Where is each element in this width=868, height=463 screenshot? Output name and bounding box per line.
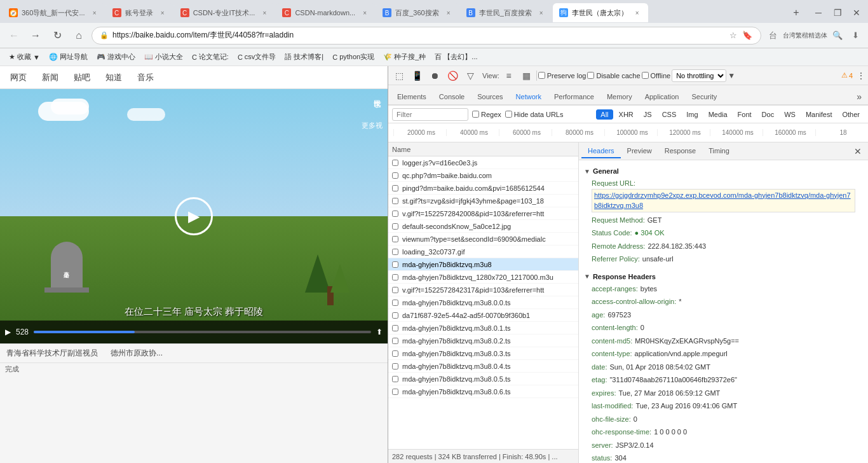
devtools-tab-sources[interactable]: Sources (471, 89, 509, 104)
devtools-more-button[interactable]: » (853, 89, 865, 104)
network-item-10[interactable]: v.gif?t=1522572842317&pid=103&referrer=h… (388, 284, 578, 296)
nav-item-tieba[interactable]: 贴吧 (71, 67, 93, 88)
bookmark-item-1[interactable]: 🌐网址导航 (45, 51, 92, 63)
network-item-14[interactable]: mda-ghyjen7b8idktzvq.m3u8.0.2.ts (388, 335, 578, 347)
mobile-icon-button[interactable]: 📱 (409, 67, 425, 84)
browser-tab-tab4[interactable]: C CSDN-markdown... × (276, 3, 376, 22)
devtools-tab-security[interactable]: Security (685, 89, 723, 104)
details-tab-headers[interactable]: Headers (581, 144, 621, 158)
network-item-checkbox-17[interactable] (392, 376, 398, 382)
regex-label[interactable]: Regex (472, 111, 501, 118)
network-item-15[interactable]: mda-ghyjen7b8idktzvq.m3u8.0.3.ts (388, 347, 578, 360)
devtools-tab-elements[interactable]: Elements (391, 89, 433, 104)
browser-tab-tab1[interactable]: 🧭 360导航_新一代安... × (3, 3, 105, 22)
filter-icon-button[interactable]: ▽ (462, 67, 478, 84)
network-item-13[interactable]: mda-ghyjen7b8idktzvq.m3u8.0.1.ts (388, 322, 578, 335)
network-item-checkbox-9[interactable] (392, 274, 398, 280)
tab-close-button[interactable]: × (90, 8, 99, 17)
browser-tab-tab7[interactable]: 狗 李世民（唐太宗） × (553, 3, 648, 22)
filter-type-btn-manifest[interactable]: Manifest (801, 109, 837, 120)
network-item-5[interactable]: default-secondsKnow_5a0ce12.jpg (388, 220, 578, 233)
browser-tab-tab3[interactable]: C CSDN-专业IT技术... × (174, 3, 276, 22)
waterfall-view-button[interactable]: ▦ (519, 67, 535, 84)
forward-button[interactable]: → (27, 27, 44, 45)
network-item-checkbox-2[interactable] (392, 185, 398, 191)
network-item-checkbox-13[interactable] (392, 325, 398, 331)
filter-type-btn-doc[interactable]: Doc (757, 109, 779, 120)
refresh-button[interactable]: ↻ (48, 27, 66, 45)
disable-cache-checkbox[interactable] (587, 72, 594, 79)
search-address-icon[interactable]: 🔍 (830, 28, 845, 43)
general-section-header[interactable]: ▼ General (584, 165, 863, 177)
offline-label[interactable]: Offline (642, 72, 671, 79)
browser-tab-tab6[interactable]: B 李世民_百度搜索 × (460, 3, 552, 22)
inspect-element-button[interactable]: ⬚ (391, 67, 407, 84)
bookmark-item-4[interactable]: C论文笔记: (188, 51, 233, 63)
network-item-0[interactable]: logger.js?v=d16ec0e3.js (388, 156, 578, 169)
network-item-checkbox-4[interactable] (392, 211, 398, 217)
home-button[interactable]: ⌂ (70, 27, 88, 45)
devtools-tab-application[interactable]: Application (639, 89, 686, 104)
bookmark-item-0[interactable]: ★收藏▼ (5, 51, 44, 63)
network-item-16[interactable]: mda-ghyjen7b8idktzvq.m3u8.0.4.ts (388, 360, 578, 373)
details-tab-response[interactable]: Response (658, 144, 703, 158)
network-item-checkbox-14[interactable] (392, 338, 398, 344)
network-item-1[interactable]: qc.php?dm=baike.baidu.com (388, 169, 578, 182)
network-item-checkbox-18[interactable] (392, 389, 398, 395)
filter-type-btn-all[interactable]: All (596, 109, 613, 120)
network-item-checkbox-3[interactable] (392, 198, 398, 204)
throttle-select[interactable]: No throttling (672, 69, 726, 82)
devtools-menu-button[interactable]: ⋮ (857, 71, 865, 81)
nav-item-news[interactable]: 新闻 (39, 67, 61, 88)
back-button[interactable]: ← (5, 27, 23, 45)
download-icon[interactable]: ⬇ (848, 28, 863, 43)
clear-icon-button[interactable]: 🚫 (444, 67, 461, 84)
tab-close-button[interactable]: × (444, 8, 453, 17)
network-item-8[interactable]: mda-ghyjen7b8idktzvq.m3u8 (388, 258, 578, 271)
nav-item-music[interactable]: 音乐 (135, 67, 156, 88)
restore-button[interactable]: ❐ (829, 4, 846, 22)
bookmark-item-8[interactable]: 🌾种子搜_种 (379, 51, 430, 63)
new-tab-button[interactable]: + (789, 5, 804, 20)
preserve-log-label[interactable]: Preserve log (538, 72, 587, 79)
network-item-4[interactable]: v.gif?t=1522572842008&pid=103&referrer=h… (388, 207, 578, 220)
network-item-checkbox-8[interactable] (392, 261, 398, 268)
bookmark-item-3[interactable]: 📖小说大全 (140, 51, 187, 63)
tab-close-button[interactable]: × (633, 8, 642, 17)
network-item-3[interactable]: st.gif?ts=zvg&sid=jfgkj43yhme&page=103_1… (388, 195, 578, 207)
network-item-checkbox-15[interactable] (392, 350, 398, 357)
filter-type-btn-css[interactable]: CSS (658, 109, 681, 120)
tab-close-button[interactable]: × (158, 8, 167, 17)
play-icon[interactable]: ▶ (5, 328, 11, 336)
list-view-button[interactable]: ≡ (501, 67, 517, 84)
details-close-button[interactable]: ✕ (850, 146, 865, 156)
browser-tab-tab5[interactable]: B 百度_360搜索 × (376, 3, 459, 22)
devtools-tab-memory[interactable]: Memory (600, 89, 639, 104)
tab-close-button[interactable]: × (537, 8, 546, 17)
details-tab-preview[interactable]: Preview (621, 144, 658, 158)
network-item-checkbox-0[interactable] (392, 160, 398, 166)
network-item-17[interactable]: mda-ghyjen7b8idktzvq.m3u8.0.5.ts (388, 373, 578, 385)
network-item-6[interactable]: viewnum?type=set&secondId=69090&medialc (388, 233, 578, 245)
throttle-arrow[interactable]: ▼ (728, 71, 735, 80)
disable-cache-label[interactable]: Disable cache (587, 72, 640, 79)
details-tab-timing[interactable]: Timing (702, 144, 736, 158)
preserve-log-checkbox[interactable] (538, 72, 545, 79)
network-item-checkbox-10[interactable] (392, 287, 398, 293)
tab-close-button[interactable]: × (360, 8, 369, 17)
minimize-button[interactable]: ─ (810, 4, 827, 22)
offline-checkbox[interactable] (642, 72, 649, 79)
bookmark-item-6[interactable]: 語技术博客| (281, 51, 327, 63)
network-item-18[interactable]: mda-ghyjen7b8idktzvq.m3u8.0.6.ts (388, 385, 578, 398)
network-item-9[interactable]: mda-ghyjen7b8idktzvq_1280x720_1217000.m3… (388, 271, 578, 284)
progress-bar[interactable] (34, 331, 371, 333)
network-item-2[interactable]: pingd?dm=baike.baidu.com&pvi=1685612544 (388, 182, 578, 195)
filter-type-btn-img[interactable]: Img (682, 109, 702, 120)
filter-type-btn-media[interactable]: Media (704, 109, 732, 120)
network-item-checkbox-1[interactable] (392, 172, 398, 179)
network-item-checkbox-16[interactable] (392, 363, 398, 370)
request-url-value[interactable]: https://gcjgdrdrzymhp9e2xpz.exp.bcevod.c… (592, 189, 855, 212)
video-play-button[interactable]: ▶ (175, 197, 213, 235)
devtools-tab-console[interactable]: Console (433, 89, 471, 104)
regex-checkbox[interactable] (472, 111, 479, 118)
